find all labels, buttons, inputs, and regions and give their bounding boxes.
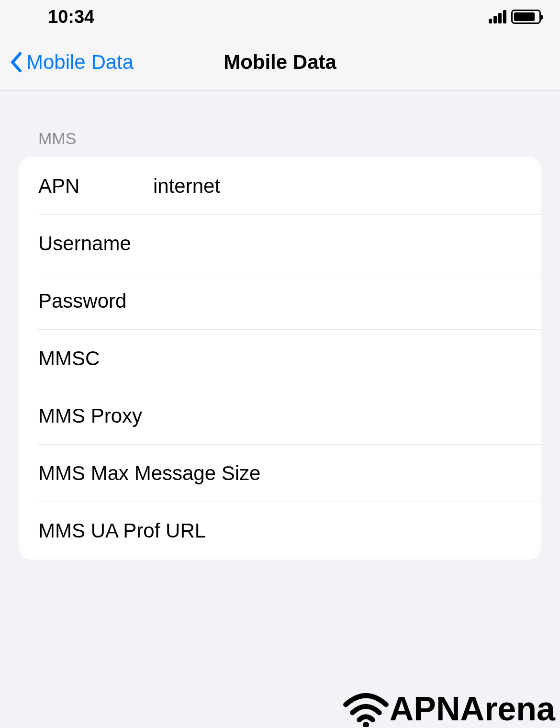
apn-label: APN — [38, 175, 153, 198]
mms-max-size-row[interactable]: MMS Max Message Size — [19, 445, 541, 502]
mmsc-input[interactable] — [153, 347, 522, 370]
mmsc-label: MMSC — [38, 347, 153, 370]
back-label: Mobile Data — [26, 51, 134, 74]
battery-icon — [511, 10, 541, 24]
mms-ua-prof-label: MMS UA Prof URL — [38, 519, 522, 542]
chevron-left-icon — [10, 52, 24, 73]
apn-row[interactable]: APN — [19, 157, 541, 215]
username-label: Username — [38, 232, 153, 255]
svg-point-1 — [363, 721, 369, 727]
mms-max-size-label: MMS Max Message Size — [38, 462, 522, 485]
mms-proxy-row[interactable]: MMS Proxy — [19, 387, 541, 445]
section-header-mms: MMS — [0, 91, 560, 153]
brand-logo: APNArena — [343, 690, 555, 728]
mms-proxy-label: MMS Proxy — [38, 404, 522, 427]
back-button[interactable]: Mobile Data — [10, 51, 134, 74]
cellular-signal-icon — [489, 10, 506, 23]
wifi-icon — [343, 691, 389, 727]
password-row[interactable]: Password — [19, 272, 541, 330]
mmsc-row[interactable]: MMSC — [19, 330, 541, 387]
apn-input[interactable] — [153, 175, 522, 198]
mms-ua-prof-row[interactable]: MMS UA Prof URL — [19, 502, 541, 560]
username-input[interactable] — [153, 232, 522, 255]
status-time: 10:34 — [48, 7, 94, 27]
password-label: Password — [38, 290, 153, 313]
navigation-bar: Mobile Data Mobile Data — [0, 34, 560, 91]
status-bar: 10:34 — [0, 0, 560, 34]
username-row[interactable]: Username — [19, 215, 541, 272]
mms-settings-group: APN Username Password MMSC MMS Proxy MMS… — [19, 157, 541, 560]
status-icons — [489, 10, 541, 24]
password-input[interactable] — [153, 290, 522, 313]
